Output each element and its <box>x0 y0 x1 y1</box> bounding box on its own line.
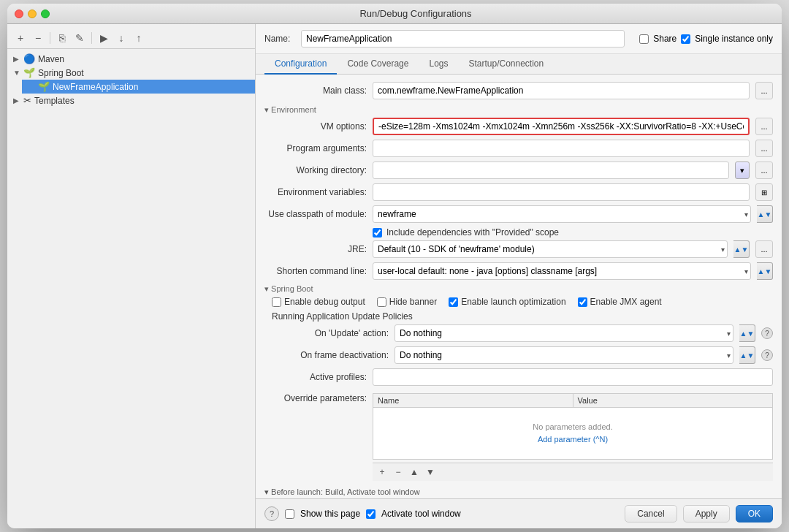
classpath-select[interactable]: newframe <box>373 205 751 223</box>
params-add-button[interactable]: + <box>376 466 389 479</box>
jre-select[interactable]: Default (10 - SDK of 'newframe' module) <box>373 240 728 258</box>
working-dir-input[interactable] <box>373 162 729 179</box>
on-update-select[interactable]: Do nothing <box>394 324 733 342</box>
name-row: Name: Share Single instance only <box>256 24 782 54</box>
sidebar-label-maven: Maven <box>38 54 64 64</box>
sidebar-toolbar: + − ⎘ ✎ ▶ ↓ ↑ <box>7 28 255 49</box>
on-frame-help-icon[interactable]: ? <box>761 349 773 361</box>
working-dir-browse-button[interactable]: ... <box>755 162 773 179</box>
help-button[interactable]: ? <box>264 506 279 521</box>
on-update-select-container: Do nothing ▾ <box>394 324 733 342</box>
main-class-browse-button[interactable]: ... <box>755 82 773 99</box>
params-table-body: No parameters added. Add parameter (^N) <box>373 408 772 459</box>
classpath-expand-button[interactable]: ▲▼ <box>757 205 773 223</box>
working-dir-row: Working directory: ▾ ... <box>264 162 773 179</box>
activate-tool-checkbox[interactable] <box>366 509 376 519</box>
program-args-browse-button[interactable]: ... <box>755 140 773 157</box>
sidebar-item-spring-boot[interactable]: ▼ 🌱 Spring Boot <box>7 66 255 80</box>
cancel-button[interactable]: Cancel <box>625 505 676 522</box>
edit-button[interactable]: ✎ <box>72 31 87 45</box>
show-page-checkbox[interactable] <box>285 509 294 519</box>
enable-launch-item: Enable launch optimization <box>449 297 565 307</box>
program-args-row: Program arguments: ... <box>264 140 773 157</box>
single-instance-checkbox[interactable] <box>681 34 690 44</box>
footer-right: Cancel Apply OK <box>625 505 773 522</box>
on-update-help-icon[interactable]: ? <box>761 327 773 339</box>
params-col-value: Value <box>573 394 773 407</box>
environment-header: ▾ Environment <box>264 105 773 115</box>
classpath-select-container: newframe ▾ <box>373 205 751 223</box>
classpath-row: Use classpath of module: newframe ▾ ▲▼ <box>264 205 773 223</box>
params-col-name: Name <box>373 394 573 407</box>
move-down-button[interactable]: ↓ <box>114 31 129 45</box>
title-bar: Run/Debug Configurations <box>7 4 782 24</box>
jre-select-container: Default (10 - SDK of 'newframe' module) … <box>373 240 728 258</box>
shorten-cmd-expand-button[interactable]: ▲▼ <box>757 262 773 280</box>
minimize-button[interactable] <box>28 10 37 18</box>
enable-debug-label: Enable debug output <box>284 297 365 307</box>
footer-left: ? Show this page Activate tool window <box>264 506 619 521</box>
move-up-button[interactable]: ↑ <box>132 31 146 45</box>
sidebar-item-templates[interactable]: ▶ ✂ Templates <box>7 94 255 107</box>
enable-jmx-label: Enable JMX agent <box>590 297 662 307</box>
hide-banner-checkbox[interactable] <box>377 297 386 307</box>
tab-configuration[interactable]: Configuration <box>264 54 337 75</box>
name-input[interactable] <box>301 30 625 48</box>
params-table-container: Name Value No parameters added. Add para… <box>373 390 773 481</box>
remove-config-button[interactable]: − <box>31 31 45 45</box>
enable-launch-label: Enable launch optimization <box>461 297 565 307</box>
hide-banner-label: Hide banner <box>389 297 437 307</box>
sidebar-item-maven[interactable]: ▶ 🔵 Maven <box>7 52 255 66</box>
add-parameter-link[interactable]: Add parameter (^N) <box>538 435 608 444</box>
program-args-input[interactable] <box>373 140 750 157</box>
vm-options-input[interactable] <box>373 118 750 135</box>
enable-launch-checkbox[interactable] <box>449 297 458 307</box>
copy-button[interactable]: ⎘ <box>55 31 69 45</box>
active-profiles-input[interactable] <box>373 368 773 386</box>
run-button[interactable]: ▶ <box>96 31 111 45</box>
tabs: Configuration Code Coverage Logs Startup… <box>256 54 782 75</box>
params-down-button[interactable]: ▼ <box>424 466 437 479</box>
working-dir-dropdown-button[interactable]: ▾ <box>735 162 750 179</box>
working-dir-label: Working directory: <box>264 165 367 175</box>
jre-expand-button[interactable]: ▲▼ <box>733 240 750 258</box>
env-vars-input[interactable] <box>373 183 750 201</box>
include-deps-checkbox[interactable] <box>373 228 382 238</box>
add-config-button[interactable]: + <box>13 31 28 45</box>
vm-options-browse-button[interactable]: ... <box>755 118 773 135</box>
templates-icon: ✂ <box>23 95 31 106</box>
on-update-expand-button[interactable]: ▲▼ <box>739 324 755 342</box>
shorten-cmd-row: Shorten command line: user-local default… <box>264 262 773 280</box>
params-remove-button[interactable]: − <box>392 466 405 479</box>
maven-icon: 🔵 <box>23 53 35 64</box>
on-frame-select[interactable]: Do nothing <box>394 346 733 364</box>
params-up-button[interactable]: ▲ <box>408 466 421 479</box>
jre-browse-button[interactable]: ... <box>755 240 773 258</box>
shorten-cmd-select[interactable]: user-local default: none - java [options… <box>373 262 751 280</box>
on-frame-expand-button[interactable]: ▲▼ <box>739 346 755 364</box>
footer-row: ? Show this page Activate tool window Ca… <box>256 498 782 528</box>
close-button[interactable] <box>15 10 23 18</box>
tab-code-coverage[interactable]: Code Coverage <box>337 54 419 75</box>
env-vars-row: Environment variables: ⊞ <box>264 183 773 201</box>
sidebar-item-new-frame-app[interactable]: 🌱 NewFrameApplication <box>22 80 255 94</box>
tab-startup-connection[interactable]: Startup/Connection <box>458 54 554 75</box>
main-content: + − ⎘ ✎ ▶ ↓ ↑ ▶ 🔵 Maven ▼ 🌱 Spring Boot <box>7 24 782 528</box>
running-policies-text: Running Application Update Policies <box>272 311 413 322</box>
enable-debug-checkbox[interactable] <box>272 297 281 307</box>
activate-tool-label: Activate tool window <box>381 509 461 519</box>
config-body: Main class: ... ▾ Environment VM options… <box>256 75 782 498</box>
tab-logs[interactable]: Logs <box>419 54 458 75</box>
before-launch-header: ▾ Before launch: Build, Activate tool wi… <box>264 485 773 498</box>
share-checkbox[interactable] <box>639 34 649 44</box>
enable-jmx-checkbox[interactable] <box>578 297 587 307</box>
env-vars-browse-button[interactable]: ⊞ <box>755 183 773 201</box>
program-args-label: Program arguments: <box>264 143 367 153</box>
ok-button[interactable]: OK <box>736 505 773 522</box>
main-class-input[interactable] <box>373 82 750 99</box>
apply-button[interactable]: Apply <box>683 505 730 522</box>
hide-banner-item: Hide banner <box>377 297 437 307</box>
toolbar-divider2 <box>91 32 92 44</box>
maximize-button[interactable] <box>41 10 50 18</box>
on-frame-select-container: Do nothing ▾ <box>394 346 733 364</box>
